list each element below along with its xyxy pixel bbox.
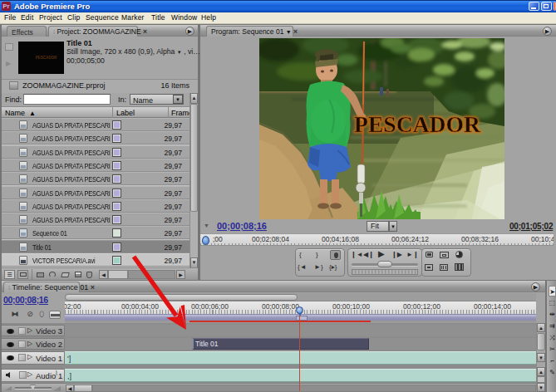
svg-text:PESCADOR: PESCADOR [354, 112, 481, 137]
